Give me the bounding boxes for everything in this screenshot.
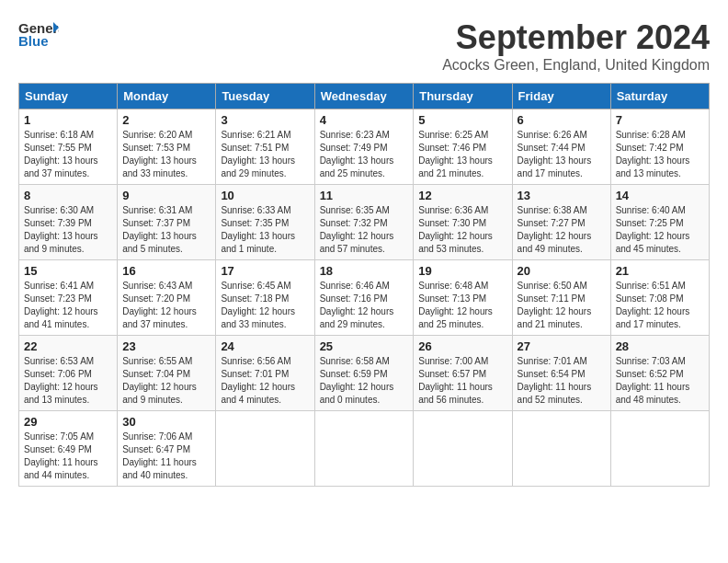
day-info: Sunrise: 6:20 AMSunset: 7:53 PMDaylight:… — [122, 129, 210, 180]
day-info: Sunrise: 7:00 AMSunset: 6:57 PMDaylight:… — [418, 355, 506, 407]
day-info: Sunrise: 6:33 AMSunset: 7:35 PMDaylight:… — [221, 204, 309, 256]
day-cell: 26Sunrise: 7:00 AMSunset: 6:57 PMDayligh… — [414, 336, 512, 411]
day-info: Sunrise: 6:36 AMSunset: 7:30 PMDaylight:… — [418, 204, 506, 256]
day-cell — [512, 411, 610, 487]
day-number: 8 — [24, 189, 112, 202]
day-info: Sunrise: 6:58 AMSunset: 6:59 PMDaylight:… — [320, 355, 409, 407]
day-number: 29 — [24, 415, 112, 429]
day-cell: 4Sunrise: 6:23 AMSunset: 7:49 PMDaylight… — [314, 109, 414, 185]
day-cell: 15Sunrise: 6:41 AMSunset: 7:23 PMDayligh… — [19, 260, 118, 336]
day-number: 1 — [24, 113, 112, 127]
weekday-tuesday: Tuesday — [216, 84, 314, 109]
day-info: Sunrise: 6:23 AMSunset: 7:49 PMDaylight:… — [320, 129, 409, 180]
day-cell: 14Sunrise: 6:40 AMSunset: 7:25 PMDayligh… — [610, 185, 709, 260]
day-number: 18 — [320, 264, 409, 278]
day-cell: 1Sunrise: 6:18 AMSunset: 7:55 PMDaylight… — [19, 109, 118, 185]
day-info: Sunrise: 6:43 AMSunset: 7:20 PMDaylight:… — [122, 280, 210, 331]
weekday-friday: Friday — [512, 84, 610, 109]
weekday-monday: Monday — [118, 84, 216, 109]
day-number: 4 — [320, 113, 409, 127]
day-info: Sunrise: 6:56 AMSunset: 7:01 PMDaylight:… — [221, 355, 309, 407]
day-cell: 8Sunrise: 6:30 AMSunset: 7:39 PMDaylight… — [19, 185, 118, 260]
day-cell: 6Sunrise: 6:26 AMSunset: 7:44 PMDaylight… — [512, 109, 610, 185]
day-number: 12 — [418, 189, 506, 202]
day-info: Sunrise: 6:48 AMSunset: 7:13 PMDaylight:… — [418, 280, 506, 331]
day-number: 24 — [221, 339, 309, 353]
day-cell: 30Sunrise: 7:06 AMSunset: 6:47 PMDayligh… — [118, 411, 216, 487]
svg-text:Blue: Blue — [18, 33, 49, 49]
day-cell: 13Sunrise: 6:38 AMSunset: 7:27 PMDayligh… — [512, 185, 610, 260]
week-row-2: 8Sunrise: 6:30 AMSunset: 7:39 PMDaylight… — [19, 185, 710, 260]
day-cell: 2Sunrise: 6:20 AMSunset: 7:53 PMDaylight… — [118, 109, 216, 185]
day-cell: 3Sunrise: 6:21 AMSunset: 7:51 PMDaylight… — [216, 109, 314, 185]
day-number: 25 — [320, 339, 409, 353]
day-info: Sunrise: 6:50 AMSunset: 7:11 PMDaylight:… — [518, 280, 606, 331]
month-title: September 2024 — [442, 18, 710, 57]
weekday-saturday: Saturday — [610, 84, 709, 109]
day-info: Sunrise: 7:06 AMSunset: 6:47 PMDaylight:… — [122, 431, 210, 482]
day-cell: 22Sunrise: 6:53 AMSunset: 7:06 PMDayligh… — [19, 336, 118, 411]
weekday-wednesday: Wednesday — [314, 84, 414, 109]
day-number: 14 — [616, 189, 704, 202]
day-number: 9 — [122, 189, 210, 202]
day-cell — [414, 411, 512, 487]
day-cell: 28Sunrise: 7:03 AMSunset: 6:52 PMDayligh… — [610, 336, 709, 411]
weekday-sunday: Sunday — [19, 84, 118, 109]
day-info: Sunrise: 6:25 AMSunset: 7:46 PMDaylight:… — [418, 129, 506, 180]
day-number: 5 — [418, 113, 506, 127]
day-number: 21 — [616, 264, 704, 278]
day-info: Sunrise: 6:18 AMSunset: 7:55 PMDaylight:… — [24, 129, 112, 180]
day-info: Sunrise: 6:45 AMSunset: 7:18 PMDaylight:… — [221, 280, 309, 331]
day-cell — [314, 411, 414, 487]
day-info: Sunrise: 6:38 AMSunset: 7:27 PMDaylight:… — [518, 204, 606, 256]
day-cell: 10Sunrise: 6:33 AMSunset: 7:35 PMDayligh… — [216, 185, 314, 260]
day-number: 22 — [24, 339, 112, 353]
day-cell: 24Sunrise: 6:56 AMSunset: 7:01 PMDayligh… — [216, 336, 314, 411]
day-cell: 9Sunrise: 6:31 AMSunset: 7:37 PMDaylight… — [118, 185, 216, 260]
day-cell — [610, 411, 709, 487]
day-cell: 29Sunrise: 7:05 AMSunset: 6:49 PMDayligh… — [19, 411, 118, 487]
day-number: 7 — [616, 113, 704, 127]
day-cell: 18Sunrise: 6:46 AMSunset: 7:16 PMDayligh… — [314, 260, 414, 336]
day-info: Sunrise: 6:55 AMSunset: 7:04 PMDaylight:… — [122, 355, 210, 407]
day-number: 26 — [418, 339, 506, 353]
day-cell: 17Sunrise: 6:45 AMSunset: 7:18 PMDayligh… — [216, 260, 314, 336]
day-cell: 20Sunrise: 6:50 AMSunset: 7:11 PMDayligh… — [512, 260, 610, 336]
day-cell: 21Sunrise: 6:51 AMSunset: 7:08 PMDayligh… — [610, 260, 709, 336]
day-info: Sunrise: 6:26 AMSunset: 7:44 PMDaylight:… — [518, 129, 606, 180]
weekday-header: SundayMondayTuesdayWednesdayThursdayFrid… — [19, 84, 710, 109]
day-number: 19 — [418, 264, 506, 278]
day-number: 3 — [221, 113, 309, 127]
day-number: 28 — [616, 339, 704, 353]
week-row-4: 22Sunrise: 6:53 AMSunset: 7:06 PMDayligh… — [19, 336, 710, 411]
week-row-5: 29Sunrise: 7:05 AMSunset: 6:49 PMDayligh… — [19, 411, 710, 487]
day-number: 2 — [122, 113, 210, 127]
day-info: Sunrise: 7:03 AMSunset: 6:52 PMDaylight:… — [616, 355, 704, 407]
day-info: Sunrise: 7:01 AMSunset: 6:54 PMDaylight:… — [518, 355, 606, 407]
day-number: 17 — [221, 264, 309, 278]
day-info: Sunrise: 6:51 AMSunset: 7:08 PMDaylight:… — [616, 280, 704, 331]
day-cell: 25Sunrise: 6:58 AMSunset: 6:59 PMDayligh… — [314, 336, 414, 411]
day-cell: 19Sunrise: 6:48 AMSunset: 7:13 PMDayligh… — [414, 260, 512, 336]
day-cell: 11Sunrise: 6:35 AMSunset: 7:32 PMDayligh… — [314, 185, 414, 260]
day-cell: 27Sunrise: 7:01 AMSunset: 6:54 PMDayligh… — [512, 336, 610, 411]
day-info: Sunrise: 7:05 AMSunset: 6:49 PMDaylight:… — [24, 431, 112, 482]
page-header: General Blue September 2024 Acocks Green… — [18, 18, 710, 74]
day-info: Sunrise: 6:46 AMSunset: 7:16 PMDaylight:… — [320, 280, 409, 331]
calendar-body: 1Sunrise: 6:18 AMSunset: 7:55 PMDaylight… — [19, 109, 710, 487]
day-cell: 7Sunrise: 6:28 AMSunset: 7:42 PMDaylight… — [610, 109, 709, 185]
day-number: 6 — [518, 113, 606, 127]
day-number: 11 — [320, 189, 409, 202]
day-info: Sunrise: 6:41 AMSunset: 7:23 PMDaylight:… — [24, 280, 112, 331]
day-number: 23 — [122, 339, 210, 353]
day-number: 27 — [518, 339, 606, 353]
day-cell: 23Sunrise: 6:55 AMSunset: 7:04 PMDayligh… — [118, 336, 216, 411]
calendar-table: SundayMondayTuesdayWednesdayThursdayFrid… — [18, 83, 710, 487]
weekday-thursday: Thursday — [414, 84, 512, 109]
day-cell — [216, 411, 314, 487]
day-info: Sunrise: 6:28 AMSunset: 7:42 PMDaylight:… — [616, 129, 704, 180]
day-info: Sunrise: 6:21 AMSunset: 7:51 PMDaylight:… — [221, 129, 309, 180]
week-row-1: 1Sunrise: 6:18 AMSunset: 7:55 PMDaylight… — [19, 109, 710, 185]
day-info: Sunrise: 6:40 AMSunset: 7:25 PMDaylight:… — [616, 204, 704, 256]
day-info: Sunrise: 6:31 AMSunset: 7:37 PMDaylight:… — [122, 204, 210, 256]
